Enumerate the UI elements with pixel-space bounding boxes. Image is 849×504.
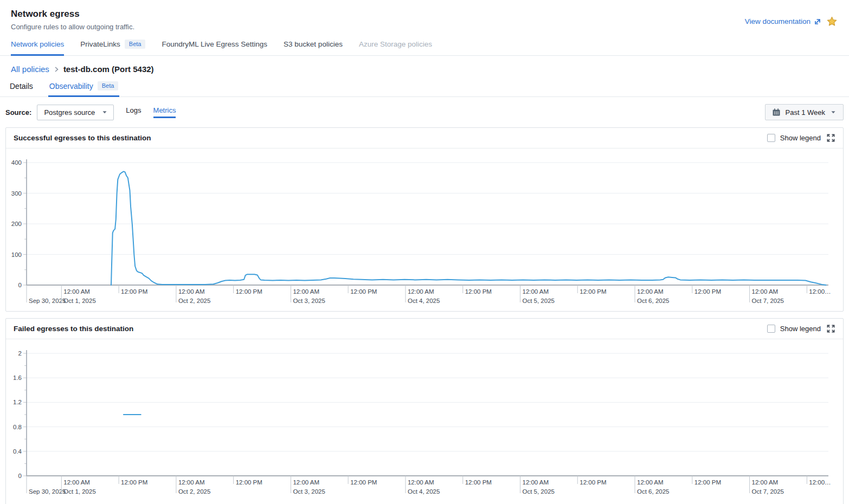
svg-text:0: 0 <box>18 282 22 288</box>
svg-text:Oct 2, 2025: Oct 2, 2025 <box>178 298 210 304</box>
svg-text:Oct 2, 2025: Oct 2, 2025 <box>178 488 210 495</box>
show-legend-label: Show legend <box>780 325 821 333</box>
tab-foundryml-live-egress-settings-label: FoundryML Live Egress Settings <box>162 40 267 48</box>
toolbar: Source: Postgres source LogsMetrics Past… <box>0 97 849 127</box>
view-documentation-label: View documentation <box>745 17 811 25</box>
svg-text:1.2: 1.2 <box>13 399 22 405</box>
page-header: Network egress Configure rules to allow … <box>0 0 849 31</box>
view-logs[interactable]: Logs <box>126 106 141 118</box>
svg-text:12:00…: 12:00… <box>809 479 831 486</box>
svg-text:12:00 PM: 12:00 PM <box>236 288 262 295</box>
svg-text:12:00 AM: 12:00 AM <box>178 288 205 295</box>
source-select[interactable]: Postgres source <box>37 105 114 120</box>
svg-text:12:00 PM: 12:00 PM <box>694 479 721 486</box>
beta-badge: Beta <box>98 81 119 91</box>
view-logs-label: Logs <box>126 106 141 114</box>
svg-text:Oct 7, 2025: Oct 7, 2025 <box>752 298 784 304</box>
svg-text:12:00 PM: 12:00 PM <box>350 479 377 486</box>
view-switcher: LogsMetrics <box>126 106 176 118</box>
view-metrics-label: Metrics <box>153 106 176 114</box>
sub-tabs: DetailsObservabilityBeta <box>0 80 849 97</box>
svg-text:0.8: 0.8 <box>13 424 22 430</box>
tab-s3-bucket-policies-label: S3 bucket policies <box>284 40 343 48</box>
svg-text:Oct 4, 2025: Oct 4, 2025 <box>408 298 440 304</box>
svg-text:12:00 PM: 12:00 PM <box>236 479 262 486</box>
svg-text:12:00 AM: 12:00 AM <box>293 479 319 486</box>
svg-text:Oct 3, 2025: Oct 3, 2025 <box>293 488 325 495</box>
svg-text:Oct 3, 2025: Oct 3, 2025 <box>293 298 325 304</box>
breadcrumb-current: test-db.com (Port 5432) <box>63 64 154 74</box>
svg-text:12:00 AM: 12:00 AM <box>178 479 205 486</box>
svg-text:Oct 1, 2025: Oct 1, 2025 <box>63 488 95 495</box>
show-legend-toggle[interactable]: Show legend <box>767 134 821 142</box>
svg-text:12:00 AM: 12:00 AM <box>637 288 664 295</box>
svg-text:12:00 AM: 12:00 AM <box>293 288 319 295</box>
svg-text:100: 100 <box>11 251 22 258</box>
svg-text:12:00 AM: 12:00 AM <box>522 288 549 295</box>
subtab-details-label: Details <box>10 82 33 91</box>
subtab-observability[interactable]: ObservabilityBeta <box>48 80 120 97</box>
breadcrumb: All policies test-db.com (Port 5432) <box>0 56 849 74</box>
svg-text:12:00 AM: 12:00 AM <box>63 479 90 486</box>
tab-azure-storage-policies: Azure Storage policies <box>359 40 432 56</box>
show-legend-checkbox[interactable] <box>767 134 775 142</box>
external-link-icon <box>814 18 821 25</box>
svg-text:12:00 PM: 12:00 PM <box>580 479 606 486</box>
svg-text:Oct 5, 2025: Oct 5, 2025 <box>522 298 554 304</box>
expand-chart-button[interactable] <box>826 324 835 333</box>
tab-foundryml-live-egress-settings[interactable]: FoundryML Live Egress Settings <box>162 40 267 56</box>
svg-text:0.4: 0.4 <box>13 448 22 455</box>
svg-text:400: 400 <box>11 159 22 166</box>
svg-text:Oct 6, 2025: Oct 6, 2025 <box>637 298 669 304</box>
tab-network-policies[interactable]: Network policies <box>11 40 64 56</box>
successful-egress-panel: Successful egresses to this destination … <box>5 127 844 312</box>
svg-text:Oct 7, 2025: Oct 7, 2025 <box>752 488 784 495</box>
chevron-right-icon <box>54 66 59 73</box>
svg-text:12:00 AM: 12:00 AM <box>408 288 434 295</box>
failed-egress-panel: Failed egresses to this destination Show… <box>5 318 844 504</box>
show-legend-toggle[interactable]: Show legend <box>767 325 821 333</box>
main-tabs: Network policiesPrivateLinksBetaFoundryM… <box>0 40 849 56</box>
time-range-button[interactable]: Past 1 Week <box>765 104 844 120</box>
svg-text:12:00 AM: 12:00 AM <box>752 288 779 295</box>
page-title: Network egress <box>11 9 838 20</box>
svg-text:12:00 PM: 12:00 PM <box>465 288 492 295</box>
maximize-icon <box>826 324 835 333</box>
caret-down-icon <box>830 109 837 115</box>
tab-privatelinks-label: PrivateLinks <box>80 40 120 48</box>
svg-text:12:00 AM: 12:00 AM <box>522 479 549 486</box>
tab-s3-bucket-policies[interactable]: S3 bucket policies <box>284 40 343 56</box>
caret-down-icon <box>101 109 108 115</box>
successful-egress-controls: Show legend <box>767 133 835 143</box>
beta-badge: Beta <box>125 40 146 49</box>
failed-egress-panel-header: Failed egresses to this destination Show… <box>6 319 843 339</box>
successful-egress-panel-header: Successful egresses to this destination … <box>6 128 843 148</box>
svg-text:12:00 PM: 12:00 PM <box>580 288 606 295</box>
subtab-details[interactable]: Details <box>9 80 34 97</box>
favorite-star-icon[interactable] <box>827 16 837 27</box>
view-documentation-link[interactable]: View documentation <box>745 17 821 25</box>
svg-text:12:00 PM: 12:00 PM <box>350 288 377 295</box>
svg-text:1.6: 1.6 <box>13 374 22 381</box>
svg-text:12:00 PM: 12:00 PM <box>694 288 721 295</box>
successful-egress-chart-title: Successful egresses to this destination <box>14 134 151 142</box>
svg-text:Sep 30, 2025: Sep 30, 2025 <box>29 488 66 495</box>
svg-text:300: 300 <box>11 190 22 197</box>
view-metrics[interactable]: Metrics <box>153 106 176 118</box>
breadcrumb-all-policies[interactable]: All policies <box>11 64 49 74</box>
tab-azure-storage-policies-label: Azure Storage policies <box>359 40 432 48</box>
show-legend-label: Show legend <box>780 134 821 142</box>
svg-text:12:00 AM: 12:00 AM <box>408 479 434 486</box>
svg-text:12:00 PM: 12:00 PM <box>121 479 147 486</box>
svg-text:12:00 AM: 12:00 AM <box>637 479 664 486</box>
failed-egress-controls: Show legend <box>767 324 835 333</box>
subtab-observability-label: Observability <box>49 82 93 91</box>
failed-egress-chart-title: Failed egresses to this destination <box>14 325 133 333</box>
svg-text:Sep 30, 2025: Sep 30, 2025 <box>29 298 66 304</box>
expand-chart-button[interactable] <box>826 133 835 143</box>
svg-text:12:00 PM: 12:00 PM <box>465 479 492 486</box>
successful-egress-chart: 0100200300400Sep 30, 202512:00 AMOct 1, … <box>6 148 843 311</box>
tab-privatelinks[interactable]: PrivateLinksBeta <box>80 40 145 56</box>
show-legend-checkbox[interactable] <box>767 325 775 333</box>
svg-text:Oct 5, 2025: Oct 5, 2025 <box>522 488 554 495</box>
